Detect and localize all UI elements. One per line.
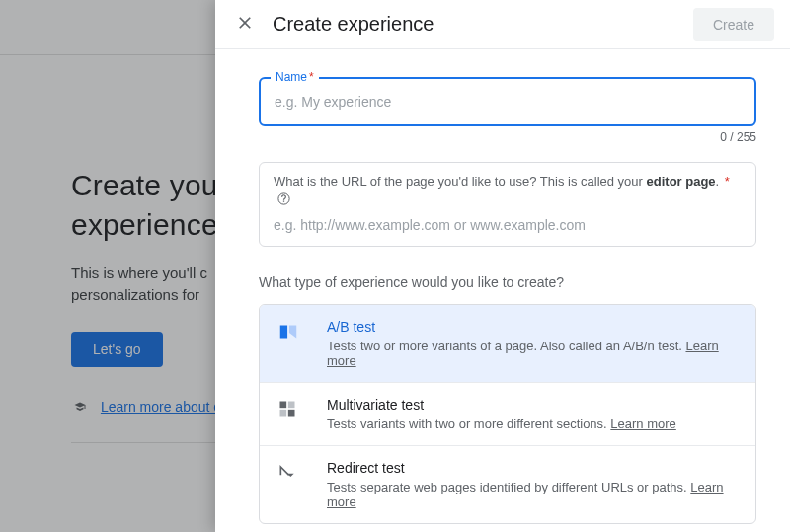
type-title: Multivariate test <box>327 397 676 413</box>
type-option-redirect[interactable]: Redirect test Tests separate web pages i… <box>260 445 755 523</box>
svg-rect-3 <box>280 410 287 417</box>
url-input[interactable] <box>274 217 742 233</box>
help-icon[interactable] <box>276 191 291 211</box>
multivariate-icon <box>277 399 301 422</box>
ab-test-icon <box>277 321 301 344</box>
name-input[interactable] <box>275 94 741 110</box>
experience-type-list: A/B test Tests two or more variants of a… <box>259 304 756 524</box>
type-option-ab-test[interactable]: A/B test Tests two or more variants of a… <box>260 305 755 382</box>
type-title: A/B test <box>327 319 738 335</box>
name-char-counter: 0 / 255 <box>259 130 756 144</box>
create-experience-panel: Create experience Create Name* 0 / 255 W… <box>215 0 790 532</box>
type-title: Redirect test <box>327 460 738 476</box>
panel-title: Create experience <box>273 13 693 36</box>
svg-rect-2 <box>288 402 295 409</box>
close-icon <box>235 13 255 36</box>
redirect-icon <box>277 462 301 486</box>
create-button[interactable]: Create <box>693 8 774 41</box>
experience-type-question: What type of experience would you like t… <box>259 274 756 290</box>
learn-more-link[interactable]: Learn more <box>610 417 675 431</box>
panel-header: Create experience Create <box>215 0 790 49</box>
url-label: What is the URL of the page you'd like t… <box>274 173 742 211</box>
url-field[interactable]: What is the URL of the page you'd like t… <box>259 162 756 247</box>
name-field[interactable]: Name* <box>259 77 756 126</box>
name-label: Name* <box>271 70 319 84</box>
svg-rect-1 <box>280 402 287 409</box>
type-option-multivariate[interactable]: Multivariate test Tests variants with tw… <box>260 382 755 445</box>
close-button[interactable] <box>231 11 259 38</box>
svg-rect-4 <box>288 410 295 417</box>
